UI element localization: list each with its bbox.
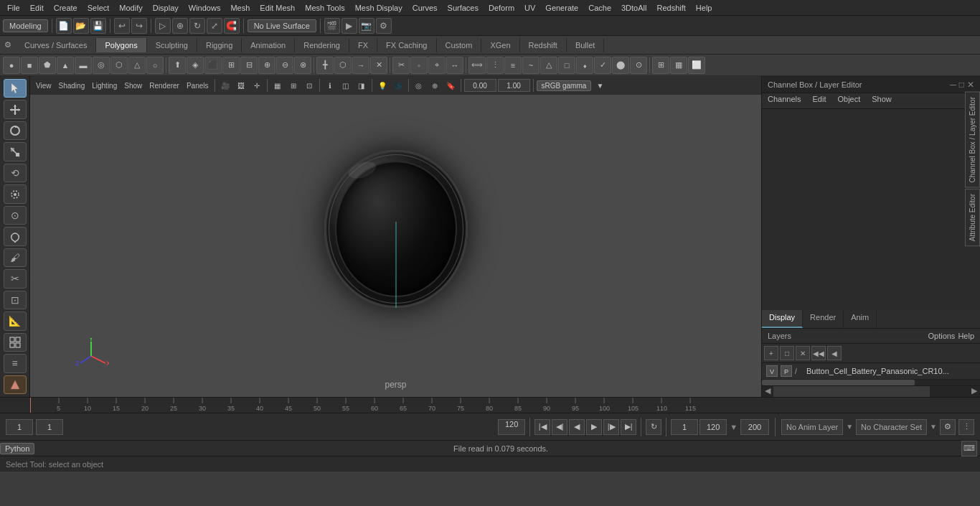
lasso-select-icon[interactable]: [4, 227, 27, 245]
render-seq-icon[interactable]: ▶: [341, 18, 357, 34]
sphere-icon[interactable]: ●: [3, 57, 20, 74]
extrude-icon[interactable]: ⬆: [169, 57, 186, 74]
menu-display[interactable]: Display: [149, 2, 183, 14]
scroll-track[interactable]: [773, 386, 969, 397]
python-label[interactable]: Python: [0, 443, 34, 454]
scroll-thumb-h[interactable]: [773, 386, 930, 397]
vp-menu-renderer[interactable]: Renderer: [146, 81, 182, 90]
vp-zoom-input[interactable]: [498, 79, 530, 92]
loop-btn[interactable]: ↻: [646, 419, 661, 435]
color-space-dropdown-icon[interactable]: ▼: [593, 78, 607, 93]
snap-icon[interactable]: 🧲: [224, 18, 240, 34]
tab-rigging[interactable]: Rigging: [197, 38, 242, 52]
menu-edit[interactable]: Edit: [26, 2, 48, 14]
cb-menu-object[interactable]: Object: [831, 93, 866, 108]
slide-edge-icon[interactable]: →: [352, 57, 369, 74]
layer-new-icon[interactable]: +: [764, 346, 778, 360]
vp-menu-panels[interactable]: Panels: [184, 81, 212, 90]
rotate-tool-icon[interactable]: [4, 121, 27, 140]
menu-mesh-tools[interactable]: Mesh Tools: [301, 2, 349, 14]
undo-icon[interactable]: ↩: [114, 18, 130, 34]
tab-polygons[interactable]: Polygons: [96, 38, 146, 52]
pipe-icon[interactable]: ○: [146, 57, 164, 74]
play-back-btn[interactable]: ◀: [569, 419, 585, 435]
cb-menu-channels[interactable]: Channels: [762, 93, 806, 108]
menu-generate[interactable]: Generate: [541, 2, 583, 14]
vp-isolate-icon[interactable]: ◎: [412, 78, 426, 93]
maximize-icon[interactable]: □: [959, 80, 964, 90]
tab-sculpting[interactable]: Sculpting: [147, 38, 197, 52]
open-file-icon[interactable]: 📂: [73, 18, 89, 34]
cone-icon[interactable]: ▲: [57, 57, 74, 74]
side-tab-attribute-editor[interactable]: Attribute Editor: [965, 189, 980, 246]
uv-layout-icon[interactable]: ▦: [670, 57, 687, 74]
tab-xgen[interactable]: XGen: [481, 38, 519, 52]
tab-settings-icon[interactable]: ⚙: [0, 37, 16, 53]
fill-hole-icon[interactable]: ⬤: [612, 57, 629, 74]
tab-redshift[interactable]: Redshift: [520, 38, 567, 52]
menu-surfaces[interactable]: Surfaces: [443, 2, 483, 14]
vp-menu-lighting[interactable]: Lighting: [89, 81, 120, 90]
tab-custom[interactable]: Custom: [437, 38, 482, 52]
move-tool-icon[interactable]: [4, 100, 27, 118]
step-back-btn[interactable]: ◀|: [552, 419, 567, 435]
symmetry-icon[interactable]: ⋮: [486, 57, 504, 74]
menu-curves[interactable]: Curves: [408, 2, 442, 14]
play-forward-btn[interactable]: ▶: [586, 419, 602, 435]
scale-tool-icon[interactable]: [4, 142, 27, 161]
bool-union-icon[interactable]: ⊕: [258, 57, 275, 74]
vp-menu-shading[interactable]: Shading: [56, 81, 88, 90]
vp-bookmark-icon[interactable]: 🔖: [443, 78, 458, 93]
uv-planar-icon[interactable]: ⬜: [688, 57, 705, 74]
scroll-left-icon[interactable]: ◀: [762, 386, 773, 397]
scale-icon[interactable]: ⤢: [207, 18, 222, 34]
menu-redshift[interactable]: Redshift: [652, 2, 689, 14]
cut-faces-icon[interactable]: ✂: [4, 269, 27, 288]
grid-icon[interactable]: [4, 333, 27, 352]
workspace-dropdown[interactable]: Modeling: [3, 19, 48, 32]
vp-focus-icon[interactable]: ⊕: [428, 78, 442, 93]
vp-film-gate-icon[interactable]: ⊞: [286, 78, 301, 93]
ipr-icon[interactable]: 📷: [359, 18, 374, 34]
bevel-icon[interactable]: ◈: [187, 57, 204, 74]
tab-rendering[interactable]: Rendering: [295, 38, 349, 52]
tab-fx[interactable]: FX: [349, 38, 377, 52]
viewport[interactable]: View Shading Lighting Show Renderer Pane…: [30, 76, 761, 397]
vp-xray-icon[interactable]: ◨: [354, 78, 369, 93]
layer-new-empty-icon[interactable]: □: [780, 346, 794, 360]
vp-hud-icon[interactable]: ℹ: [323, 78, 337, 93]
layer-move-up-icon[interactable]: ◀◀: [811, 346, 826, 360]
soft-mod-icon[interactable]: [4, 184, 27, 203]
make-hole-icon[interactable]: ⊙: [630, 57, 647, 74]
tab-render[interactable]: Render: [803, 310, 844, 328]
character-set-dropdown[interactable]: No Character Set: [856, 419, 927, 435]
vp-resolution-icon[interactable]: ⊡: [302, 78, 316, 93]
vp-wireframe-icon[interactable]: ◫: [339, 78, 353, 93]
cylinder-icon[interactable]: ⬟: [39, 57, 56, 74]
layer-name-label[interactable]: Button_Cell_Battery_Panasonic_CR10...: [806, 367, 976, 375]
mirror-icon[interactable]: ⟺: [468, 57, 486, 74]
crease-icon[interactable]: ≡: [504, 57, 522, 74]
menu-modify[interactable]: Modify: [115, 2, 146, 14]
minimize-icon[interactable]: ─: [950, 80, 956, 90]
no-live-surface-btn[interactable]: No Live Surface: [248, 19, 316, 32]
merge-icon[interactable]: ↔: [446, 57, 463, 74]
menu-3dtall[interactable]: 3DtoAll: [617, 2, 651, 14]
torus-icon[interactable]: ◎: [93, 57, 110, 74]
layers-scrollbar[interactable]: [762, 380, 980, 385]
menu-mesh[interactable]: Mesh: [226, 2, 254, 14]
show-manip-icon[interactable]: ⊙: [4, 206, 27, 225]
menu-uv[interactable]: UV: [520, 2, 540, 14]
menu-windows[interactable]: Windows: [184, 2, 225, 14]
menu-edit-mesh[interactable]: Edit Mesh: [255, 2, 299, 14]
new-file-icon[interactable]: 📄: [56, 18, 72, 34]
layers-options-btn[interactable]: Options: [928, 332, 955, 340]
measure-icon[interactable]: 📐: [4, 311, 27, 330]
reduce-icon[interactable]: ⬧: [576, 57, 593, 74]
smooth-icon[interactable]: ~: [522, 57, 540, 74]
multi-cut-icon[interactable]: ✂: [392, 57, 410, 74]
vp-menu-show[interactable]: Show: [121, 81, 145, 90]
playback-options-btn[interactable]: ⋮: [958, 419, 974, 435]
delete-edge-icon[interactable]: ✕: [370, 57, 387, 74]
insert-edge-icon[interactable]: ╋: [316, 57, 334, 74]
